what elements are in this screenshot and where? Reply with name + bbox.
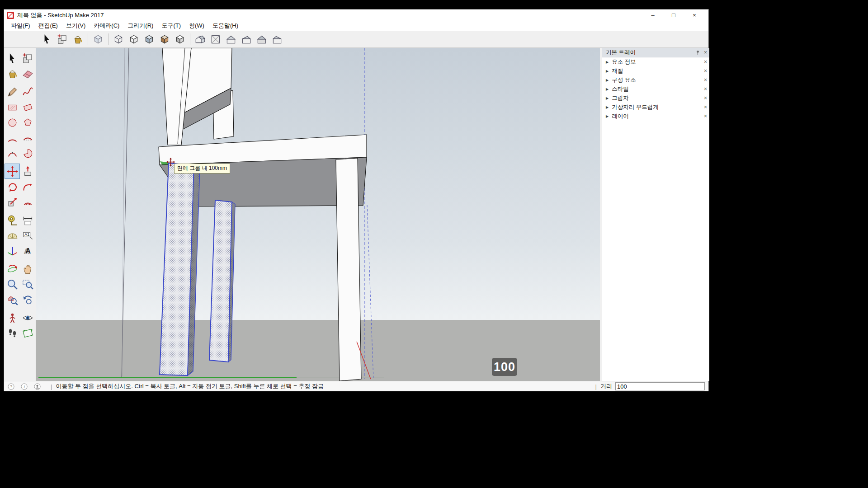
expand-icon[interactable]: ▶ bbox=[606, 114, 609, 118]
tray-section-4[interactable]: ▶스타일× bbox=[602, 84, 709, 94]
tray-section-5[interactable]: ▶그림자× bbox=[602, 94, 709, 103]
walk-tool-button[interactable] bbox=[5, 325, 20, 341]
wireframe-button[interactable] bbox=[111, 32, 126, 47]
line-tool-button[interactable] bbox=[5, 84, 20, 99]
paint-bucket-icon bbox=[72, 33, 84, 45]
axes-tool-button[interactable] bbox=[5, 243, 20, 258]
front-right-leg[interactable] bbox=[336, 158, 361, 381]
shaded-textures-button[interactable] bbox=[157, 32, 172, 47]
three-point-arc-tool-button[interactable] bbox=[5, 145, 20, 161]
menu-item-7[interactable]: 창(W) bbox=[185, 21, 208, 31]
account-icon[interactable] bbox=[34, 383, 41, 390]
make-component-tool-button[interactable] bbox=[20, 51, 35, 66]
tape-measure-tool-button[interactable] bbox=[5, 212, 20, 228]
close-icon[interactable]: × bbox=[704, 77, 707, 83]
eraser-tool-button[interactable] bbox=[20, 66, 35, 81]
expand-icon[interactable]: ▶ bbox=[606, 96, 609, 100]
palette-group bbox=[4, 261, 36, 307]
zoom-tool-button[interactable] bbox=[5, 277, 20, 292]
view-iso-icon bbox=[194, 33, 206, 45]
select-button[interactable] bbox=[39, 32, 55, 47]
monochrome-button[interactable] bbox=[172, 32, 188, 47]
zoom-icon bbox=[6, 278, 19, 291]
pin-icon[interactable] bbox=[695, 50, 700, 55]
view-top-button[interactable] bbox=[208, 32, 223, 47]
menu-item-3[interactable]: 보기(V) bbox=[62, 21, 90, 31]
tray-section-6[interactable]: ▶가장자리 부드럽게× bbox=[602, 103, 709, 112]
move-tool-button[interactable] bbox=[5, 164, 20, 179]
menu-item-1[interactable]: 파일(F) bbox=[7, 21, 34, 31]
menu-item-2[interactable]: 편집(E) bbox=[34, 21, 62, 31]
tray-section-7[interactable]: ▶레이어× bbox=[602, 112, 709, 121]
pan-tool-button[interactable] bbox=[20, 261, 35, 277]
model-scene[interactable] bbox=[36, 48, 600, 381]
tray-close-icon[interactable]: × bbox=[704, 50, 707, 55]
two-point-arc-tool-button[interactable] bbox=[20, 130, 35, 145]
view-iso-button[interactable] bbox=[193, 32, 208, 47]
maximize-button[interactable]: □ bbox=[663, 10, 684, 21]
tray-section-label: 그림자 bbox=[612, 94, 629, 102]
minimize-button[interactable]: – bbox=[642, 10, 663, 21]
previous-tool-button[interactable] bbox=[20, 292, 35, 307]
expand-icon[interactable]: ▶ bbox=[606, 105, 609, 109]
tray-section-3[interactable]: ▶구성 요소× bbox=[602, 75, 709, 84]
expand-icon[interactable]: ▶ bbox=[606, 87, 609, 91]
expand-icon[interactable]: ▶ bbox=[606, 60, 609, 64]
close-icon[interactable]: × bbox=[704, 113, 707, 119]
close-button[interactable]: × bbox=[684, 10, 705, 21]
view-left-button[interactable] bbox=[269, 32, 285, 47]
orbit-tool-button[interactable] bbox=[5, 261, 20, 277]
look-around-tool-button[interactable] bbox=[20, 310, 35, 325]
make-component-icon bbox=[57, 33, 68, 45]
dimension-icon bbox=[22, 214, 34, 226]
close-icon[interactable]: × bbox=[704, 95, 707, 101]
rectangle-tool-button[interactable] bbox=[5, 99, 20, 115]
close-icon[interactable]: × bbox=[704, 86, 707, 92]
scale-tool-button[interactable] bbox=[5, 194, 20, 210]
view-right-button[interactable] bbox=[239, 32, 254, 47]
arc-tool-button[interactable] bbox=[5, 130, 20, 145]
zoom-window-tool-button[interactable] bbox=[20, 277, 35, 292]
section-plane-tool-button[interactable] bbox=[20, 325, 35, 341]
expand-icon[interactable]: ▶ bbox=[606, 78, 609, 82]
protractor-tool-button[interactable] bbox=[5, 228, 20, 243]
viewport[interactable]: 면에 그룹 내 100mm 100 bbox=[36, 48, 600, 381]
menu-item-5[interactable]: 그리기(R) bbox=[123, 21, 157, 31]
zoom-extents-tool-button[interactable] bbox=[5, 292, 20, 307]
view-back-button[interactable] bbox=[254, 32, 269, 47]
dimension-tool-button[interactable] bbox=[20, 212, 35, 228]
close-icon[interactable]: × bbox=[704, 59, 707, 65]
help-icon[interactable]: ? bbox=[8, 383, 14, 390]
menu-item-8[interactable]: 도움말(H) bbox=[208, 21, 242, 31]
select-tool-button[interactable] bbox=[5, 51, 20, 66]
close-icon[interactable]: × bbox=[704, 104, 707, 110]
polygon-tool-button[interactable] bbox=[20, 115, 35, 130]
previous-icon bbox=[22, 294, 34, 306]
rotated-rectangle-tool-button[interactable] bbox=[20, 99, 35, 115]
measurement-input[interactable] bbox=[615, 382, 705, 390]
push-pull-tool-button[interactable] bbox=[20, 164, 35, 179]
view-front-button[interactable] bbox=[223, 32, 239, 47]
info-icon[interactable]: i bbox=[21, 383, 28, 390]
pie-tool-button[interactable] bbox=[20, 145, 35, 161]
menu-item-4[interactable]: 카메라(C) bbox=[90, 21, 123, 31]
rotate-tool-button[interactable] bbox=[5, 179, 20, 194]
offset-tool-button[interactable] bbox=[20, 194, 35, 210]
x-ray-button[interactable] bbox=[90, 32, 106, 47]
shaded-button[interactable] bbox=[142, 32, 157, 47]
expand-icon[interactable]: ▶ bbox=[606, 69, 609, 73]
hidden-line-button[interactable] bbox=[126, 32, 142, 47]
freehand-tool-button[interactable] bbox=[20, 84, 35, 99]
menu-item-6[interactable]: 도구(T) bbox=[157, 21, 185, 31]
follow-me-tool-button[interactable] bbox=[20, 179, 35, 194]
position-camera-tool-button[interactable] bbox=[5, 310, 20, 325]
close-icon[interactable]: × bbox=[704, 68, 707, 74]
paint-bucket-button[interactable] bbox=[70, 32, 85, 47]
3d-text-tool-button[interactable]: AA bbox=[20, 243, 35, 258]
paint-bucket-tool-button[interactable] bbox=[5, 66, 20, 81]
tray-section-1[interactable]: ▶요소 정보× bbox=[602, 57, 709, 66]
text-tool-button[interactable]: A1 bbox=[20, 228, 35, 243]
circle-tool-button[interactable] bbox=[5, 115, 20, 130]
tray-section-2[interactable]: ▶재질× bbox=[602, 66, 709, 75]
make-component-button[interactable] bbox=[55, 32, 70, 47]
